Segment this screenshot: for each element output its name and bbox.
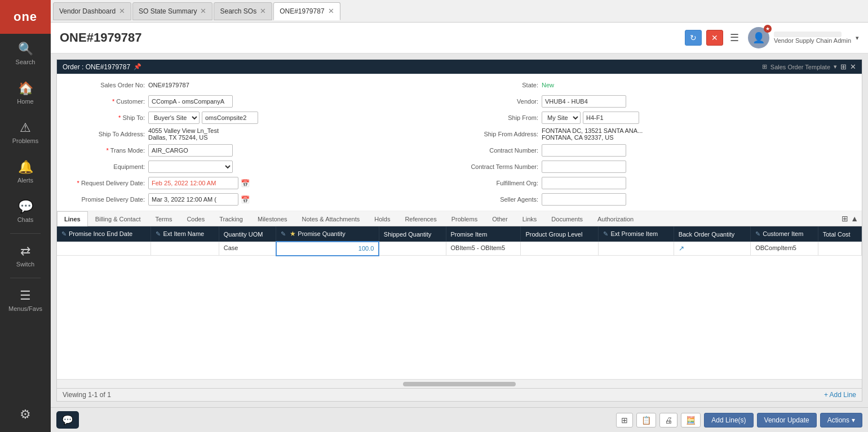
order-panel-header: Order : ONE#1979787 📌 ⊞ Sales Order Temp… <box>57 60 862 74</box>
seller-agents-input[interactable] <box>542 193 626 206</box>
panel-close-icon[interactable]: ✕ <box>850 63 856 71</box>
contract-number-input[interactable] <box>542 144 626 157</box>
chat-bubble-button[interactable]: 💬 <box>56 411 79 429</box>
col-quantity-uom: Quantity UOM <box>219 226 276 242</box>
sales-order-no-row: Sales Order No: ONE#1979787 <box>66 78 459 92</box>
promise-quantity-input[interactable] <box>281 245 374 252</box>
ship-to-site-input[interactable] <box>202 112 258 124</box>
pin-icon[interactable]: 📌 <box>134 63 141 70</box>
tab-billing-contact[interactable]: Billing & Contact <box>88 211 148 226</box>
user-dropdown-icon[interactable]: ▾ <box>856 34 859 42</box>
lines-table-container: ✎Promise Inco End Date ✎Ext Item Name Qu… <box>57 226 862 379</box>
equipment-select[interactable] <box>148 161 233 173</box>
promise-delivery-input[interactable] <box>148 193 238 206</box>
edit-icon: ✎ <box>281 230 286 237</box>
contract-number-label: Contract Number: <box>459 147 538 154</box>
sidebar-item-label: Home <box>17 98 33 105</box>
sidebar-item-switch[interactable]: ⇄ Switch <box>0 236 51 275</box>
state-label: State: <box>459 82 538 88</box>
tab-terms[interactable]: Terms <box>148 211 179 226</box>
promise-delivery-label: Promise Delivery Date: <box>66 196 145 203</box>
clipboard-icon-button[interactable]: 📋 <box>636 413 656 427</box>
tab-documents[interactable]: Documents <box>544 211 590 226</box>
state-row: State: New <box>459 78 853 92</box>
request-delivery-input[interactable] <box>148 177 238 189</box>
tab-holds[interactable]: Holds <box>367 211 397 226</box>
sidebar-item-search[interactable]: 🔍 Search <box>0 34 51 73</box>
fulfillment-org-row: Fulfillment Org: <box>459 176 853 190</box>
fulfillment-org-input[interactable] <box>542 177 626 189</box>
customer-input[interactable] <box>148 95 233 108</box>
grid-icon-button[interactable]: ⊞ <box>616 413 633 427</box>
panel-header-left: Order : ONE#1979787 📌 <box>63 63 141 71</box>
vendor-update-button[interactable]: Vendor Update <box>757 413 817 427</box>
ship-from-type-select[interactable]: My Site <box>542 112 581 124</box>
add-line-link[interactable]: + Add Line <box>824 391 856 399</box>
tab-close-icon[interactable]: ✕ <box>328 7 334 15</box>
contract-terms-input[interactable] <box>542 161 626 173</box>
sidebar-item-settings[interactable]: ⚙ <box>0 399 51 432</box>
template-dropdown-icon[interactable]: ▾ <box>834 63 837 70</box>
print-icon-button[interactable]: 🖨 <box>659 413 677 427</box>
calculator-icon-button[interactable]: 🧮 <box>681 413 701 427</box>
tab-codes[interactable]: Codes <box>179 211 212 226</box>
resize-icon[interactable]: ⊞ <box>842 214 848 223</box>
user-role: Vendor Supply Chain Admin <box>774 37 851 44</box>
tab-problems-inner[interactable]: Problems <box>444 211 485 226</box>
calendar-icon[interactable]: 📅 <box>241 179 250 188</box>
calendar-icon-2[interactable]: 📅 <box>241 195 250 204</box>
ship-to-type-select[interactable]: Buyer's Site <box>148 112 200 124</box>
actions-label: Actions <box>827 416 849 424</box>
close-button[interactable]: ✕ <box>706 30 723 46</box>
tab-label: Vendor Dashboard <box>59 7 116 15</box>
order-form: Sales Order No: ONE#1979787 Customer: Sh… <box>57 74 862 211</box>
ship-from-site-input[interactable] <box>583 112 639 124</box>
tab-references[interactable]: References <box>397 211 444 226</box>
tab-notes[interactable]: Notes & Attachments <box>295 211 367 226</box>
menu-icon: ☰ <box>20 288 31 303</box>
tab-close-icon[interactable]: ✕ <box>119 7 125 15</box>
col-promise-item: Promise Item <box>446 226 521 242</box>
tab-milestones[interactable]: Milestones <box>250 211 295 226</box>
edit-icon: ✎ <box>755 230 760 237</box>
trans-mode-input[interactable] <box>148 144 233 157</box>
cell-promise-quantity[interactable] <box>276 242 379 256</box>
tab-tracking[interactable]: Tracking <box>212 211 250 226</box>
tab-order[interactable]: ONE#1979787 ✕ <box>273 2 340 20</box>
actions-button[interactable]: Actions ▾ <box>820 413 862 427</box>
cell-ext-item-name <box>151 242 219 256</box>
sidebar-item-chats[interactable]: 💬 Chats <box>0 191 51 231</box>
panel-options-icon[interactable]: ⊞ <box>840 63 847 71</box>
tab-other[interactable]: Other <box>485 211 515 226</box>
sidebar-item-menus[interactable]: ☰ Menus/Favs <box>0 280 51 320</box>
external-link-icon[interactable]: ↗ <box>679 244 684 252</box>
customer-row: Customer: <box>66 95 459 108</box>
sidebar-item-home[interactable]: 🏠 Home <box>0 73 51 113</box>
header-actions: ↻ ✕ ☰ <box>685 30 739 46</box>
tab-label: ONE#1979787 <box>280 7 324 15</box>
ship-from-address-value: FONTANA DC, 13521 SANTA ANA... FONTANA, … <box>542 127 643 141</box>
menu-button[interactable]: ☰ <box>730 32 739 44</box>
tab-search-sos[interactable]: Search SOs ✕ <box>214 2 272 20</box>
sidebar-item-label: Menus/Favs <box>8 305 42 312</box>
tab-close-icon[interactable]: ✕ <box>200 7 206 15</box>
ship-from-address-label: Ship From Address: <box>459 131 538 137</box>
tab-links[interactable]: Links <box>515 211 544 226</box>
tab-so-state-summary[interactable]: SO State Summary ✕ <box>132 2 212 20</box>
promise-delivery-inputs: 📅 <box>148 193 250 206</box>
cell-product-group-level <box>521 242 599 256</box>
tab-vendor-dashboard[interactable]: Vendor Dashboard ✕ <box>53 2 131 20</box>
tab-lines[interactable]: Lines <box>57 211 88 226</box>
col-back-order-quantity: Back Order Quantity <box>674 226 751 242</box>
tab-close-icon[interactable]: ✕ <box>260 7 266 15</box>
refresh-button[interactable]: ↻ <box>685 30 702 46</box>
add-lines-button[interactable]: Add Line(s) <box>704 413 753 427</box>
tab-authorization[interactable]: Authorization <box>590 211 641 226</box>
vendor-input[interactable] <box>542 95 626 108</box>
viewing-count: Viewing 1-1 of 1 <box>63 391 111 399</box>
col-customer-item: ✎Customer Item <box>751 226 818 242</box>
sidebar-item-alerts[interactable]: 🔔 Alerts <box>0 152 51 191</box>
col-promise-inco-end-date: ✎Promise Inco End Date <box>57 226 151 242</box>
sidebar-item-problems[interactable]: ⚠ Problems <box>0 113 51 152</box>
expand-icon[interactable]: ▲ <box>851 214 858 223</box>
